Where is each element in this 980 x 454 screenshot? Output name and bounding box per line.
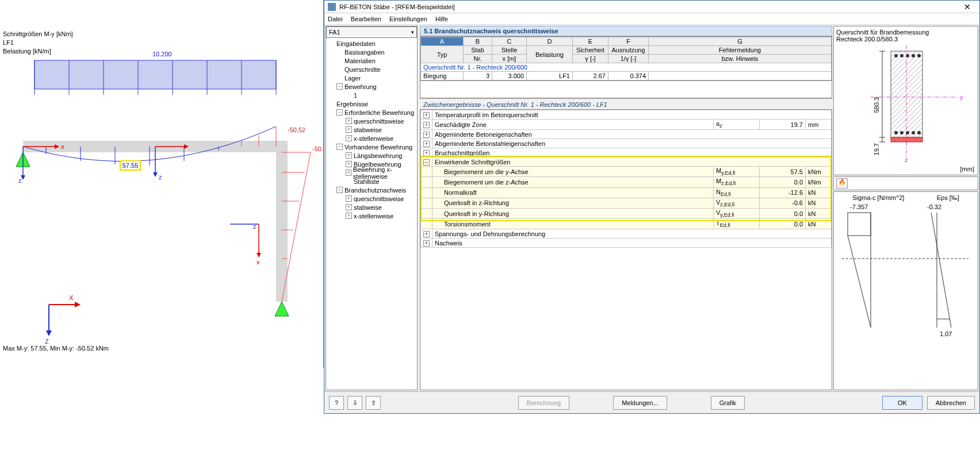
svg-rect-77 [848, 213, 871, 236]
tree-item[interactable]: +querschnittsweise [326, 194, 417, 203]
svg-text:y: y [960, 94, 963, 101]
results-table[interactable]: A B C D E F G Typ StabStelle Belastung [420, 36, 832, 81]
tree-item[interactable]: −Vorhandene Bewehrung [326, 143, 417, 151]
tree-item[interactable]: +querschnittsweise [326, 117, 417, 125]
tree-item[interactable]: Materialien [326, 56, 417, 65]
svg-point-57 [912, 54, 915, 57]
svg-text:-0.32: -0.32 [927, 203, 941, 210]
cross-section-panel: Querschnitt für Brandbemessung Rechteck … [833, 26, 978, 175]
navigator-panel: FA1▾ Eingabedaten Basisangaben Materiali… [326, 26, 418, 390]
tree-results[interactable]: Ergebnisse [326, 99, 417, 108]
svg-text:z: z [253, 223, 257, 230]
nav-tree[interactable]: Eingabedaten Basisangaben Materialien Qu… [326, 38, 417, 390]
table-row[interactable]: Biegung 3 3.000 LF1 2.67 0.374 [421, 72, 832, 80]
svg-text:x: x [257, 259, 260, 266]
tree-item[interactable]: Querschnitte [326, 65, 417, 74]
menu-help[interactable]: Hilfe [435, 16, 448, 22]
messages-button[interactable]: Meldungen... [613, 396, 667, 410]
svg-marker-49 [46, 330, 52, 336]
tree-item[interactable]: 1 [326, 91, 417, 99]
titlebar[interactable]: RF-BETON Stäbe - [RFEM-Beispieldatei] ✕ [324, 1, 979, 13]
section-title: 5.1 Brandschutznachweis querschnittsweis… [420, 26, 832, 36]
stress-strain-panel: Sigma-c [N/mm^2]Eps [‰] -7.357 -0.32 [833, 191, 978, 390]
calculate-button[interactable]: Berechnung [518, 396, 569, 410]
tree-item[interactable]: −Brandschutznachweis [326, 186, 417, 194]
detail-table[interactable]: +Temperaturprofil im Betonquerschnitt +G… [420, 109, 832, 390]
menu-settings[interactable]: Einstellungen [389, 16, 427, 22]
tree-item[interactable]: +x-stellenweise [326, 211, 417, 220]
svg-text:X: X [69, 294, 74, 301]
cancel-button[interactable]: Abbrechen [927, 396, 975, 410]
tree-item[interactable]: Lager [326, 74, 417, 82]
svg-point-60 [900, 131, 904, 134]
svg-text:-7.357: -7.357 [850, 203, 868, 210]
import-icon[interactable]: ⇧ [366, 396, 381, 410]
svg-text:z: z [905, 156, 908, 163]
tree-item[interactable]: +stabweise [326, 125, 417, 134]
highlighted-moment-value: 57.55 [120, 160, 141, 171]
svg-text:x: x [61, 143, 64, 150]
help-icon[interactable]: ? [329, 396, 344, 410]
svg-rect-0 [35, 60, 276, 89]
svg-marker-46 [75, 302, 81, 307]
bottom-bar: ? ⇩ ⇧ Berechnung Meldungen... Grafik OK … [324, 391, 979, 413]
chevron-down-icon: ▾ [411, 29, 414, 35]
svg-text:z: z [18, 177, 22, 184]
load-value-label: 10.200 [152, 51, 172, 57]
tree-item[interactable]: +Längsbewehrung [326, 151, 417, 160]
export-icon[interactable]: ⇩ [347, 396, 362, 410]
intermediate-title: Zwischenergebnisse - Querschnitt Nr. 1 -… [420, 98, 832, 109]
ok-button[interactable]: OK [882, 396, 922, 410]
svg-marker-12 [275, 302, 289, 316]
graphics-button[interactable]: Grafik [711, 396, 745, 410]
tree-input[interactable]: Eingabedaten [326, 39, 417, 48]
menu-edit[interactable]: Bearbeiten [351, 16, 381, 22]
cross-section-svg: yz 580.3 19.7 [836, 43, 974, 163]
fire-icon[interactable]: 🔥 [836, 178, 848, 188]
tree-item[interactable]: −Bewehrung [326, 82, 417, 91]
menubar: Datei Bearbeiten Einstellungen Hilfe [324, 13, 979, 25]
svg-point-63 [917, 131, 921, 134]
svg-text:-50.52: -50.52 [288, 126, 305, 133]
structural-viewport[interactable]: Schnittgrößen M-y [kNm] LF1 Belastung [k… [0, 0, 324, 368]
svg-text:19.7: 19.7 [873, 143, 880, 155]
svg-text:Z: Z [45, 338, 49, 345]
svg-point-58 [917, 54, 921, 57]
svg-text:z: z [159, 174, 162, 180]
tree-item[interactable]: +x-stellenweise [326, 134, 417, 143]
svg-point-59 [894, 131, 898, 134]
menu-file[interactable]: Datei [328, 16, 343, 22]
module-dialog: RF-BETON Stäbe - [RFEM-Beispieldatei] ✕ … [324, 0, 980, 414]
svg-marker-38 [153, 172, 158, 177]
svg-text:1.07: 1.07 [940, 330, 952, 337]
tree-item[interactable]: +Bewehrung x-stellenweise [326, 168, 417, 177]
case-combo[interactable]: FA1▾ [326, 26, 417, 38]
svg-text:580.3: 580.3 [873, 97, 880, 113]
window-title: RF-BETON Stäbe - [RFEM-Beispieldatei] [339, 3, 959, 10]
tree-item[interactable]: Basisangaben [326, 48, 417, 56]
viewport-footer: Max M-y: 57.55, Min M-y: -50.52 kNm [3, 345, 109, 352]
svg-point-62 [912, 131, 915, 134]
svg-text:-50.52: -50.52 [312, 145, 324, 152]
svg-point-55 [900, 54, 904, 57]
close-icon[interactable]: ✕ [959, 2, 976, 11]
stress-strain-svg: -7.357 -0.32 1.07 [836, 201, 974, 345]
svg-marker-41 [257, 253, 261, 257]
tree-item[interactable]: −Erforderliche Bewehrung [326, 108, 417, 117]
svg-line-81 [931, 213, 951, 328]
tree-item[interactable]: +stabweise [326, 203, 417, 211]
view-toolbar: 🔥 [833, 176, 978, 190]
viewport-svg: 10.200 -50.52 -50.52 x [0, 0, 324, 368]
svg-rect-10 [276, 141, 288, 302]
app-icon [328, 3, 336, 11]
svg-line-78 [848, 236, 871, 328]
svg-point-54 [894, 54, 898, 57]
